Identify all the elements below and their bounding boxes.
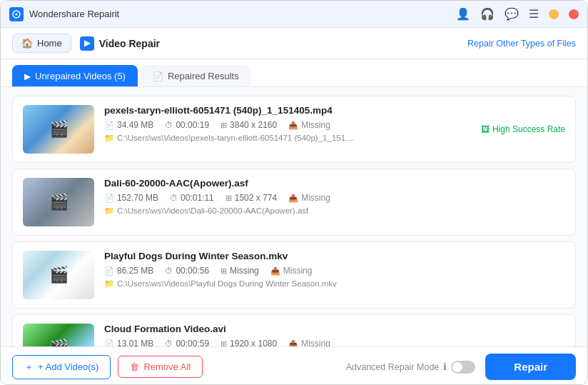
video-thumbnail: 🎬	[23, 251, 94, 299]
titlebar-left: Wondershare Repairit	[9, 7, 119, 21]
bottom-left: ＋ + Add Video(s) 🗑 Remove All	[12, 355, 203, 379]
minimize-button[interactable]	[549, 9, 559, 19]
success-icon: 🖼	[481, 124, 490, 134]
video-info: Cloud Formation Video.avi 📄 13.01 MB ⏱ 0…	[104, 324, 565, 346]
video-meta: 📄 152.70 MB ⏱ 00:01:11 ⊞ 1502 x 774 📤 Mi…	[104, 193, 565, 203]
video-info: Playful Dogs During Winter Season.mkv 📄 …	[104, 251, 565, 289]
folder-icon: 📁	[104, 133, 114, 143]
video-info: Dali-60-20000-AAC(Apower).asf 📄 152.70 M…	[104, 178, 565, 216]
clock-icon: ⏱	[165, 339, 173, 346]
main-content: 🎬 pexels-taryn-elliott-6051471 (540p)_1_…	[1, 87, 587, 346]
video-size: 📄 13.01 MB	[104, 339, 153, 346]
remove-label: Remove All	[143, 361, 191, 372]
video-audio: 📤 Missing	[288, 120, 330, 130]
video-size: 📄 86.25 MB	[104, 266, 153, 276]
info-icon: ℹ	[443, 361, 447, 372]
tab-repaired-icon: 📄	[153, 71, 163, 81]
topnav-left: 🏠 Home ▶ Video Repair	[12, 34, 160, 53]
home-icon: 🏠	[21, 38, 33, 49]
video-item: 🎬 pexels-taryn-elliott-6051471 (540p)_1_…	[12, 96, 576, 163]
app-logo	[9, 7, 24, 21]
menu-icon[interactable]: ☰	[529, 7, 539, 21]
video-resolution: ⊞ Missing	[220, 266, 259, 276]
topnav: 🏠 Home ▶ Video Repair Repair Other Types…	[1, 28, 587, 59]
clock-icon: ⏱	[165, 121, 173, 129]
thumb-icon: 🎬	[23, 105, 94, 154]
video-duration: ⏱ 00:01:11	[170, 193, 214, 203]
add-label: + Add Video(s)	[38, 361, 98, 372]
video-title: Cloud Formation Video.avi	[104, 324, 565, 334]
audio-icon: 📤	[270, 266, 280, 276]
video-repair-icon: ▶	[80, 36, 94, 51]
video-duration: ⏱ 00:00:56	[165, 266, 209, 276]
advanced-toggle-switch[interactable]	[451, 361, 475, 374]
clock-icon: ⏱	[165, 266, 173, 275]
chat-icon[interactable]: 💬	[505, 7, 519, 21]
video-thumbnail: 🎬	[23, 324, 94, 346]
section-title: ▶ Video Repair	[80, 36, 160, 51]
section-label: Video Repair	[99, 38, 160, 49]
resolution-icon: ⊞	[220, 121, 227, 130]
add-video-button[interactable]: ＋ + Add Video(s)	[12, 355, 111, 379]
file-icon: 📄	[104, 121, 114, 130]
video-path: 📁 C:\Users\ws\Videos\Dali-60-20000-AAC(A…	[104, 206, 565, 216]
video-path: 📁 C:\Users\ws\Videos\Playful Dogs During…	[104, 279, 565, 289]
video-resolution: ⊞ 1920 x 1080	[220, 339, 277, 346]
titlebar: Wondershare Repairit 👤 🎧 💬 ☰	[1, 1, 587, 28]
video-resolution: ⊞ 1502 x 774	[225, 193, 277, 203]
audio-icon: 📤	[288, 121, 298, 130]
audio-icon: 📤	[288, 194, 298, 203]
video-meta: 📄 86.25 MB ⏱ 00:00:56 ⊞ Missing 📤 Missin…	[104, 266, 565, 276]
video-meta: 📄 13.01 MB ⏱ 00:00:59 ⊞ 1920 x 1080 📤 Mi…	[104, 339, 565, 346]
audio-icon: 📤	[288, 339, 298, 347]
tab-unrepaired-icon: ▶	[24, 71, 31, 81]
video-size: 📄 152.70 MB	[104, 193, 158, 203]
video-audio: 📤 Missing	[288, 339, 330, 346]
video-duration: ⏱ 00:00:59	[165, 339, 209, 346]
advanced-mode-toggle: Advanced Repair Mode ℹ	[346, 361, 476, 374]
video-item: 🎬 Dali-60-20000-AAC(Apower).asf 📄 152.70…	[12, 169, 576, 236]
repair-button[interactable]: Repair	[485, 354, 576, 380]
tab-repaired-label: Repaired Results	[168, 71, 239, 81]
video-duration: ⏱ 00:00:19	[165, 120, 209, 130]
video-audio: 📤 Missing	[288, 193, 330, 203]
thumb-icon: 🎬	[23, 324, 94, 346]
tab-unrepaired-label: Unrepaired Videos (5)	[35, 71, 126, 81]
clock-icon: ⏱	[170, 194, 178, 202]
remove-all-button[interactable]: 🗑 Remove All	[118, 356, 203, 378]
video-resolution: ⊞ 3840 x 2160	[220, 120, 277, 130]
app-title: Wondershare Repairit	[29, 9, 119, 19]
video-size: 📄 34.49 MB	[104, 120, 153, 130]
video-audio: 📤 Missing	[270, 266, 313, 276]
file-icon: 📄	[104, 194, 114, 203]
home-label: Home	[37, 38, 62, 49]
repair-other-link[interactable]: Repair Other Types of Files	[467, 39, 576, 49]
tab-repaired[interactable]: 📄 Repaired Results	[141, 65, 251, 86]
folder-icon: 📁	[104, 206, 114, 216]
video-item: 🎬 Playful Dogs During Winter Season.mkv …	[12, 241, 576, 309]
resolution-icon: ⊞	[220, 266, 227, 276]
thumb-icon: 🎬	[23, 251, 94, 299]
thumb-icon: 🎬	[23, 178, 94, 226]
maximize-button[interactable]	[569, 9, 579, 19]
video-title: Playful Dogs During Winter Season.mkv	[104, 251, 565, 261]
headset-icon[interactable]: 🎧	[480, 7, 495, 21]
resolution-icon: ⊞	[220, 339, 227, 347]
video-title: Dali-60-20000-AAC(Apower).asf	[104, 178, 565, 189]
folder-icon: 📁	[104, 279, 114, 289]
resolution-icon: ⊞	[225, 194, 232, 203]
file-icon: 📄	[104, 339, 114, 347]
high-success-badge: 🖼 High Success Rate	[481, 124, 565, 134]
titlebar-controls: 👤 🎧 💬 ☰	[456, 7, 579, 21]
bottom-bar: ＋ + Add Video(s) 🗑 Remove All Advanced R…	[1, 346, 587, 385]
bottom-right: Advanced Repair Mode ℹ Repair	[346, 354, 576, 380]
video-title: pexels-taryn-elliott-6051471 (540p)_1_15…	[104, 105, 565, 116]
video-path: 📁 C:\Users\ws\Videos\pexels-taryn-elliot…	[104, 133, 565, 143]
add-icon: ＋	[24, 361, 34, 374]
video-thumbnail: 🎬	[23, 178, 94, 226]
video-item: 🎬 Cloud Formation Video.avi 📄 13.01 MB ⏱…	[12, 314, 576, 346]
home-button[interactable]: 🏠 Home	[12, 34, 71, 53]
video-thumbnail: 🎬	[23, 105, 94, 154]
tab-unrepaired[interactable]: ▶ Unrepaired Videos (5)	[12, 65, 138, 86]
user-icon[interactable]: 👤	[456, 7, 470, 21]
